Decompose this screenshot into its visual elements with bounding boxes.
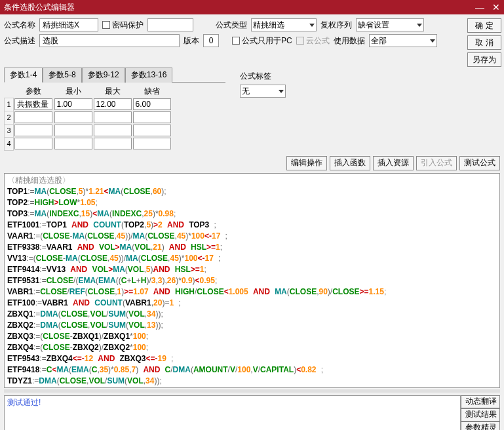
ok-button[interactable]: 确 定	[467, 18, 501, 33]
param-name-input[interactable]	[14, 138, 52, 149]
chevron-down-icon	[309, 24, 315, 27]
chevron-down-icon	[417, 24, 422, 27]
param-def-input[interactable]	[133, 125, 171, 136]
chevron-down-icon	[430, 39, 435, 43]
code-editor[interactable]: 〈精挑细选选股〉 TOP1:=MA(CLOSE,5)*1.21<MA(CLOSE…	[4, 173, 500, 388]
window-title: 条件选股公式编辑器	[4, 2, 75, 13]
param-def-input[interactable]	[133, 111, 171, 123]
param-min-input[interactable]	[54, 125, 92, 136]
label-usedata: 使用数据	[334, 35, 365, 47]
label-desc: 公式描述	[4, 35, 35, 47]
param-def-input[interactable]	[133, 138, 171, 149]
param-name-input[interactable]	[14, 111, 52, 123]
testres-button[interactable]: 测试结果	[461, 408, 500, 421]
dyntrans-button[interactable]: 动态翻译	[461, 395, 500, 408]
params-table: 参数 最小 最大 缺省 1 2	[4, 85, 172, 151]
tab-params-5-8[interactable]: 参数5-8	[43, 68, 81, 83]
name-input[interactable]	[39, 18, 98, 31]
label-tag: 公式标签	[240, 71, 271, 81]
tab-params-9-12[interactable]: 参数9-12	[82, 68, 125, 83]
chevron-down-icon	[279, 90, 284, 93]
param-def-input[interactable]	[133, 98, 171, 110]
col-name: 参数	[14, 85, 54, 98]
splitter[interactable]	[4, 389, 500, 393]
param-max-input[interactable]	[94, 138, 132, 149]
cancel-button[interactable]: 取 消	[467, 35, 501, 50]
col-min: 最小	[54, 85, 93, 98]
param-max-input[interactable]	[94, 98, 132, 110]
ver-input[interactable]	[203, 34, 219, 47]
param-max-input[interactable]	[94, 111, 132, 123]
fqseq-select[interactable]: 缺省设置	[356, 18, 424, 31]
pconly-checkbox[interactable]: 公式只用于PC	[232, 35, 292, 47]
label-ver: 版本	[184, 35, 199, 47]
param-name-input[interactable]	[14, 98, 52, 110]
paramwiz-button[interactable]: 参数精灵	[461, 421, 500, 431]
param-max-input[interactable]	[94, 125, 132, 136]
param-row: 3	[5, 124, 172, 137]
tag-select[interactable]: 无	[240, 85, 286, 98]
label-name: 公式名称	[4, 20, 35, 31]
desc-input[interactable]	[39, 34, 180, 47]
param-min-input[interactable]	[54, 98, 92, 110]
tab-params-13-16[interactable]: 参数13-16	[125, 68, 173, 83]
param-name-input[interactable]	[14, 125, 52, 136]
tab-params-1-4[interactable]: 参数1-4	[4, 68, 43, 83]
pwd-input[interactable]	[147, 18, 193, 31]
pwd-checkbox[interactable]: 密码保护	[102, 20, 144, 31]
incform-button: 引入公式	[416, 156, 457, 170]
label-fqseq: 复权序列	[320, 20, 352, 31]
type-select[interactable]: 精挑细选	[251, 18, 317, 31]
insres-button[interactable]: 插入资源	[373, 156, 414, 170]
param-tabs: 参数1-4 参数5-8 参数9-12 参数13-16	[4, 67, 225, 83]
param-row: 2	[5, 111, 172, 124]
saveas-button[interactable]: 另存为	[467, 52, 501, 67]
col-max: 最大	[93, 85, 132, 98]
param-min-input[interactable]	[54, 111, 92, 123]
cloud-checkbox: 云公式	[296, 35, 330, 47]
param-min-input[interactable]	[54, 138, 92, 149]
param-row: 4	[5, 137, 172, 150]
status-output: 测试通过!	[4, 395, 461, 431]
label-type: 公式类型	[216, 20, 247, 31]
usedata-select[interactable]: 全部	[369, 34, 437, 47]
minimize-icon[interactable]: —	[475, 2, 484, 12]
test-button[interactable]: 测试公式	[459, 156, 500, 170]
col-def: 缺省	[132, 85, 172, 98]
close-icon[interactable]: ✕	[492, 2, 500, 12]
titlebar: 条件选股公式编辑器 — ✕	[0, 0, 504, 14]
insfn-button[interactable]: 插入函数	[330, 156, 370, 170]
param-row: 1	[5, 98, 172, 111]
editop-button[interactable]: 编辑操作	[286, 156, 327, 170]
